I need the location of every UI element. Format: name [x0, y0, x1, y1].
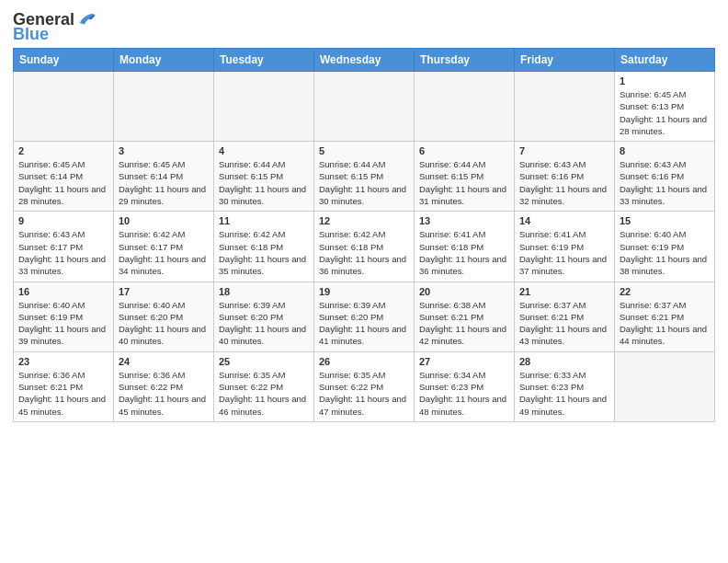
calendar-cell: 24Sunrise: 6:36 AM Sunset: 6:22 PM Dayli…: [114, 351, 214, 421]
weekday-header: Monday: [114, 49, 214, 72]
day-number: 13: [419, 215, 509, 226]
calendar-cell: 16Sunrise: 6:40 AM Sunset: 6:19 PM Dayli…: [14, 282, 114, 351]
day-info: Sunrise: 6:37 AM Sunset: 6:21 PM Dayligh…: [620, 299, 710, 348]
calendar-week-row: 2Sunrise: 6:45 AM Sunset: 6:14 PM Daylig…: [14, 142, 715, 212]
calendar-week-row: 23Sunrise: 6:36 AM Sunset: 6:21 PM Dayli…: [14, 351, 715, 421]
weekday-header: Sunday: [14, 49, 114, 72]
day-info: Sunrise: 6:34 AM Sunset: 6:23 PM Dayligh…: [419, 369, 509, 418]
day-info: Sunrise: 6:40 AM Sunset: 6:19 PM Dayligh…: [18, 299, 108, 348]
calendar-cell: [515, 72, 615, 142]
day-number: 27: [419, 356, 509, 367]
day-number: 11: [219, 215, 309, 226]
day-number: 12: [319, 215, 409, 226]
calendar-cell: 13Sunrise: 6:41 AM Sunset: 6:18 PM Dayli…: [415, 212, 515, 282]
calendar-table: SundayMondayTuesdayWednesdayThursdayFrid…: [13, 48, 715, 422]
day-info: Sunrise: 6:39 AM Sunset: 6:20 PM Dayligh…: [319, 299, 409, 348]
weekday-header: Friday: [515, 49, 615, 72]
calendar-cell: 5Sunrise: 6:44 AM Sunset: 6:15 PM Daylig…: [314, 142, 415, 212]
day-info: Sunrise: 6:41 AM Sunset: 6:19 PM Dayligh…: [519, 228, 609, 277]
calendar-cell: 10Sunrise: 6:42 AM Sunset: 6:17 PM Dayli…: [114, 212, 214, 282]
calendar-cell: 14Sunrise: 6:41 AM Sunset: 6:19 PM Dayli…: [515, 212, 615, 282]
calendar-cell: 22Sunrise: 6:37 AM Sunset: 6:21 PM Dayli…: [615, 282, 715, 351]
calendar-cell: 8Sunrise: 6:43 AM Sunset: 6:16 PM Daylig…: [615, 142, 715, 212]
day-number: 1: [620, 75, 710, 86]
calendar-week-row: 16Sunrise: 6:40 AM Sunset: 6:19 PM Dayli…: [14, 282, 715, 351]
day-info: Sunrise: 6:43 AM Sunset: 6:16 PM Dayligh…: [519, 158, 609, 207]
calendar-cell: 28Sunrise: 6:33 AM Sunset: 6:23 PM Dayli…: [515, 351, 615, 421]
day-number: 26: [319, 356, 409, 367]
day-info: Sunrise: 6:45 AM Sunset: 6:13 PM Dayligh…: [620, 88, 710, 137]
logo: General Blue: [13, 9, 97, 42]
calendar-cell: 15Sunrise: 6:40 AM Sunset: 6:19 PM Dayli…: [615, 212, 715, 282]
day-number: 28: [519, 356, 609, 367]
logo-blue: Blue: [13, 26, 49, 42]
calendar-cell: 2Sunrise: 6:45 AM Sunset: 6:14 PM Daylig…: [14, 142, 114, 212]
day-number: 23: [18, 356, 108, 367]
calendar-cell: 25Sunrise: 6:35 AM Sunset: 6:22 PM Dayli…: [214, 351, 314, 421]
page: General Blue SundayMondayTuesdayWednesda…: [0, 0, 728, 431]
day-info: Sunrise: 6:44 AM Sunset: 6:15 PM Dayligh…: [419, 158, 509, 207]
calendar-cell: 17Sunrise: 6:40 AM Sunset: 6:20 PM Dayli…: [114, 282, 214, 351]
day-info: Sunrise: 6:44 AM Sunset: 6:15 PM Dayligh…: [319, 158, 409, 207]
day-number: 21: [519, 286, 609, 297]
day-info: Sunrise: 6:35 AM Sunset: 6:22 PM Dayligh…: [219, 369, 309, 418]
day-number: 16: [18, 286, 108, 297]
day-info: Sunrise: 6:42 AM Sunset: 6:18 PM Dayligh…: [219, 228, 309, 277]
day-number: 8: [620, 145, 710, 156]
day-number: 7: [519, 145, 609, 156]
calendar-cell: 7Sunrise: 6:43 AM Sunset: 6:16 PM Daylig…: [515, 142, 615, 212]
day-number: 4: [219, 145, 309, 156]
day-info: Sunrise: 6:36 AM Sunset: 6:21 PM Dayligh…: [18, 369, 108, 418]
day-number: 10: [119, 215, 209, 226]
calendar-cell: [314, 72, 415, 142]
calendar-header-row: SundayMondayTuesdayWednesdayThursdayFrid…: [14, 49, 715, 72]
calendar-cell: 19Sunrise: 6:39 AM Sunset: 6:20 PM Dayli…: [314, 282, 415, 351]
day-info: Sunrise: 6:38 AM Sunset: 6:21 PM Dayligh…: [419, 299, 509, 348]
weekday-header: Tuesday: [214, 49, 314, 72]
calendar-cell: 4Sunrise: 6:44 AM Sunset: 6:15 PM Daylig…: [214, 142, 314, 212]
day-number: 9: [18, 215, 108, 226]
calendar-cell: 20Sunrise: 6:38 AM Sunset: 6:21 PM Dayli…: [415, 282, 515, 351]
calendar-cell: [214, 72, 314, 142]
calendar-cell: 23Sunrise: 6:36 AM Sunset: 6:21 PM Dayli…: [14, 351, 114, 421]
day-info: Sunrise: 6:43 AM Sunset: 6:16 PM Dayligh…: [620, 158, 710, 207]
day-info: Sunrise: 6:43 AM Sunset: 6:17 PM Dayligh…: [18, 228, 108, 277]
calendar-week-row: 1Sunrise: 6:45 AM Sunset: 6:13 PM Daylig…: [14, 72, 715, 142]
header: General Blue: [13, 9, 715, 42]
calendar-cell: 6Sunrise: 6:44 AM Sunset: 6:15 PM Daylig…: [415, 142, 515, 212]
day-number: 6: [419, 145, 509, 156]
day-info: Sunrise: 6:41 AM Sunset: 6:18 PM Dayligh…: [419, 228, 509, 277]
day-number: 17: [119, 286, 209, 297]
day-info: Sunrise: 6:33 AM Sunset: 6:23 PM Dayligh…: [519, 369, 609, 418]
day-info: Sunrise: 6:44 AM Sunset: 6:15 PM Dayligh…: [219, 158, 309, 207]
calendar-cell: 3Sunrise: 6:45 AM Sunset: 6:14 PM Daylig…: [114, 142, 214, 212]
day-number: 5: [319, 145, 409, 156]
calendar-cell: 26Sunrise: 6:35 AM Sunset: 6:22 PM Dayli…: [314, 351, 415, 421]
day-number: 18: [219, 286, 309, 297]
day-info: Sunrise: 6:40 AM Sunset: 6:19 PM Dayligh…: [620, 228, 710, 277]
calendar-cell: 11Sunrise: 6:42 AM Sunset: 6:18 PM Dayli…: [214, 212, 314, 282]
day-number: 15: [620, 215, 710, 226]
day-info: Sunrise: 6:40 AM Sunset: 6:20 PM Dayligh…: [119, 299, 209, 348]
calendar-cell: 9Sunrise: 6:43 AM Sunset: 6:17 PM Daylig…: [14, 212, 114, 282]
day-number: 24: [119, 356, 209, 367]
day-number: 19: [319, 286, 409, 297]
calendar-cell: 12Sunrise: 6:42 AM Sunset: 6:18 PM Dayli…: [314, 212, 415, 282]
day-info: Sunrise: 6:37 AM Sunset: 6:21 PM Dayligh…: [519, 299, 609, 348]
calendar-cell: 27Sunrise: 6:34 AM Sunset: 6:23 PM Dayli…: [415, 351, 515, 421]
calendar-week-row: 9Sunrise: 6:43 AM Sunset: 6:17 PM Daylig…: [14, 212, 715, 282]
calendar-cell: [14, 72, 114, 142]
weekday-header: Saturday: [615, 49, 715, 72]
calendar-cell: [615, 351, 715, 421]
day-info: Sunrise: 6:42 AM Sunset: 6:18 PM Dayligh…: [319, 228, 409, 277]
day-number: 22: [620, 286, 710, 297]
calendar-cell: [415, 72, 515, 142]
day-number: 25: [219, 356, 309, 367]
day-number: 14: [519, 215, 609, 226]
day-info: Sunrise: 6:45 AM Sunset: 6:14 PM Dayligh…: [119, 158, 209, 207]
weekday-header: Wednesday: [314, 49, 415, 72]
day-info: Sunrise: 6:35 AM Sunset: 6:22 PM Dayligh…: [319, 369, 409, 418]
logo-bird-icon: [76, 9, 97, 29]
calendar-cell: [114, 72, 214, 142]
day-number: 20: [419, 286, 509, 297]
